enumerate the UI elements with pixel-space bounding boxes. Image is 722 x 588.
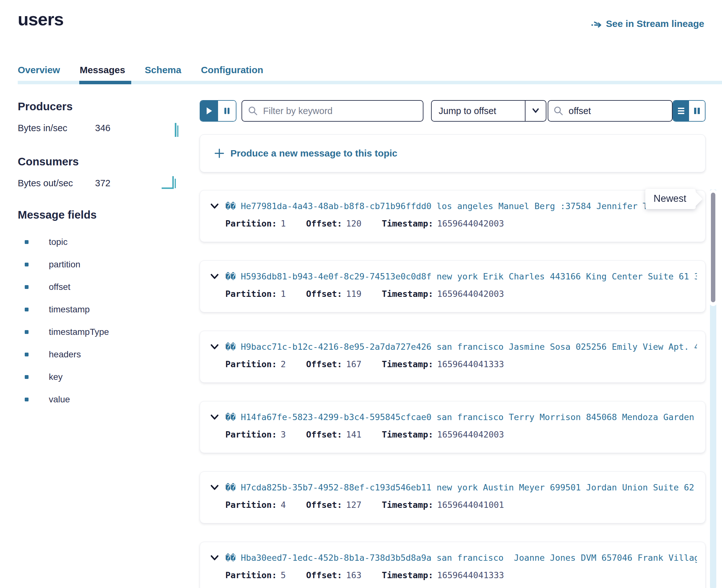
message-key[interactable]: �� H9bacc71c-b12c-4216-8e95-2a7da727e426… (225, 342, 697, 352)
offset-value: 120 (346, 218, 362, 228)
message-key[interactable]: �� H7cda825b-35b7-4952-88ef-c193d546eb11… (225, 483, 697, 492)
field-item-timestamp[interactable]: timestamp (18, 298, 109, 321)
timestamp-label: Timestamp: (381, 359, 433, 369)
timestamp-label: Timestamp: (381, 218, 433, 228)
timestamp-value: 1659644042003 (437, 289, 504, 299)
tab-schema[interactable]: Schema (145, 65, 181, 76)
message-meta: Partition:2 Offset:167 Timestamp:1659644… (210, 359, 697, 369)
offset-label: Offset: (306, 359, 342, 369)
tab-configuration[interactable]: Configuration (201, 65, 263, 76)
partition-value: 4 (281, 500, 286, 510)
view-mode-toggle (673, 100, 705, 122)
message-meta: Partition:4 Offset:127 Timestamp:1659644… (210, 500, 697, 510)
offset-label: Offset: (306, 429, 342, 439)
message-row: �� H7cda825b-35b7-4952-88ef-c193d546eb11… (200, 471, 705, 523)
column-view-button[interactable] (689, 101, 705, 121)
bytes-out-metric: Bytes out/sec 372 (18, 178, 167, 189)
partition-label: Partition: (225, 359, 277, 369)
field-bullet-icon (25, 353, 28, 356)
consumers-heading: Consumers (18, 155, 79, 168)
field-bullet-icon (25, 308, 28, 311)
pause-button[interactable] (218, 101, 236, 121)
list-view-button[interactable] (673, 101, 689, 121)
message-fields-heading: Message fields (18, 208, 97, 221)
offset-search-box (548, 100, 673, 122)
message-key[interactable]: �� H14fa67fe-5823-4299-b3c4-595845cfcae0… (225, 412, 697, 422)
message-meta: Partition:3 Offset:141 Timestamp:1659644… (210, 429, 697, 439)
message-key[interactable]: �� Hba30eed7-1edc-452b-8b1a-738d3b5d8a9a… (225, 553, 697, 563)
partition-value: 2 (281, 359, 286, 369)
field-bullet-icon (25, 375, 28, 379)
stream-lineage-link[interactable]: See in Stream lineage (591, 18, 704, 29)
offset-label: Offset: (306, 289, 342, 299)
message-meta: Partition:1 Offset:119 Timestamp:1659644… (210, 289, 697, 299)
search-icon (248, 106, 258, 116)
expand-chevron-down-icon[interactable] (210, 273, 219, 280)
partition-label: Partition: (225, 289, 277, 299)
field-label: timestamp (49, 304, 90, 315)
message-row: �� He77981da-4a43-48ab-b8f8-cb71b96ffdd0… (200, 190, 705, 242)
field-bullet-icon (25, 398, 28, 401)
list-view-icon (677, 106, 685, 115)
offset-label: Offset: (306, 500, 342, 510)
scrollbar-thumb[interactable] (711, 193, 715, 302)
tab-messages[interactable]: Messages (80, 65, 125, 76)
expand-chevron-down-icon[interactable] (210, 203, 219, 209)
message-row: �� H5936db81-b943-4e0f-8c29-74513e0c0d8f… (200, 260, 705, 312)
message-list: �� He77981da-4a43-48ab-b8f8-cb71b96ffdd0… (200, 190, 705, 588)
bytes-in-metric: Bytes in/sec 346 (18, 123, 167, 133)
timestamp-value: 1659644042003 (437, 218, 504, 228)
stream-lineage-label: See in Stream lineage (606, 18, 704, 29)
tab-underline-track (18, 81, 722, 84)
tab-active-indicator (79, 81, 131, 84)
timestamp-label: Timestamp: (381, 429, 433, 439)
partition-label: Partition: (225, 570, 277, 580)
field-item-partition[interactable]: partition (18, 253, 109, 276)
bytes-in-sparkline-chart (170, 122, 183, 140)
message-meta: Partition:1 Offset:120 Timestamp:1659644… (210, 218, 697, 228)
timestamp-value: 1659644041333 (437, 359, 504, 369)
message-fields-list: topic partition offset timestamp timesta… (18, 231, 109, 411)
field-item-key[interactable]: key (18, 365, 109, 388)
field-item-timestampType[interactable]: timestampType (18, 321, 109, 343)
field-label: partition (49, 259, 81, 270)
field-label: topic (49, 237, 67, 247)
field-item-value[interactable]: value (18, 388, 109, 411)
message-key[interactable]: �� H5936db81-b943-4e0f-8c29-74513e0c0d8f… (225, 272, 697, 281)
offset-label: Offset: (306, 218, 342, 228)
field-item-headers[interactable]: headers (18, 343, 109, 365)
field-item-topic[interactable]: topic (18, 231, 109, 253)
expand-chevron-down-icon[interactable] (210, 555, 219, 561)
partition-label: Partition: (225, 218, 277, 228)
chevron-down-icon (525, 101, 546, 121)
plus-icon (214, 148, 225, 159)
expand-chevron-down-icon[interactable] (210, 344, 219, 350)
pause-icon (224, 107, 230, 115)
tab-overview[interactable]: Overview (18, 65, 60, 76)
offset-search-input[interactable] (568, 105, 669, 117)
timestamp-value: 1659644041001 (437, 500, 504, 510)
field-bullet-icon (25, 240, 28, 244)
partition-label: Partition: (225, 429, 277, 439)
expand-chevron-down-icon[interactable] (210, 484, 219, 491)
offset-value: 119 (346, 289, 362, 299)
offset-value: 163 (346, 570, 362, 580)
field-label: value (49, 395, 70, 404)
timestamp-value: 1659644042003 (437, 429, 504, 439)
partition-value: 3 (281, 429, 286, 439)
jump-to-offset-select[interactable]: Jump to offset (431, 100, 546, 122)
offset-value: 167 (346, 359, 362, 369)
filter-input[interactable] (263, 105, 420, 117)
timestamp-value: 1659644041333 (437, 570, 504, 580)
produce-message-label: Produce a new message to this topic (230, 148, 397, 159)
field-item-offset[interactable]: offset (18, 276, 109, 298)
produce-message-button[interactable]: Produce a new message to this topic (200, 134, 705, 172)
field-bullet-icon (25, 285, 28, 289)
expand-chevron-down-icon[interactable] (210, 414, 219, 420)
play-button[interactable] (200, 101, 218, 121)
timestamp-label: Timestamp: (381, 500, 433, 510)
timestamp-label: Timestamp: (381, 570, 433, 580)
producers-heading: Producers (18, 100, 73, 113)
message-list-scrollbar[interactable] (710, 189, 716, 588)
message-key[interactable]: �� He77981da-4a43-48ab-b8f8-cb71b96ffdd0… (225, 201, 697, 211)
